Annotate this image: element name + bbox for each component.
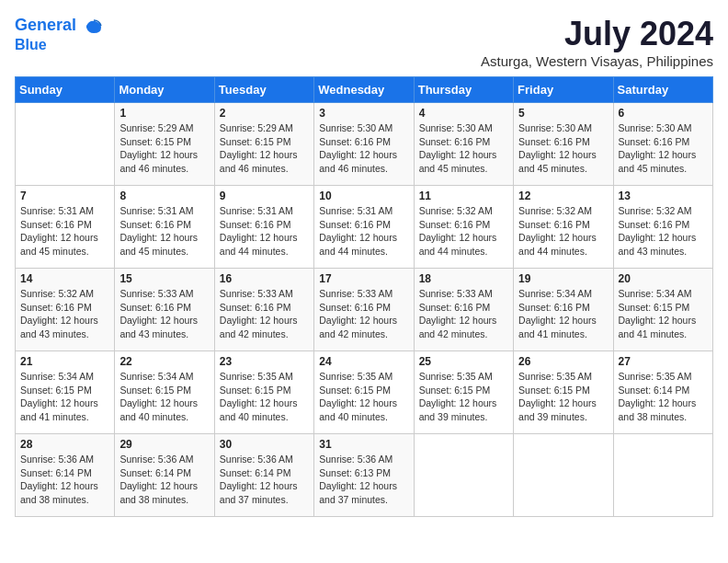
day-number: 8 — [119, 190, 209, 202]
weekday-header-sunday: Sunday — [16, 77, 115, 103]
calendar-cell: 4Sunrise: 5:30 AM Sunset: 6:16 PM Daylig… — [414, 103, 513, 186]
day-info: Sunrise: 5:29 AM Sunset: 6:15 PM Dayligh… — [119, 121, 209, 176]
day-number: 22 — [119, 355, 209, 368]
day-number: 1 — [119, 107, 209, 120]
day-number: 17 — [319, 272, 408, 285]
day-number: 5 — [518, 107, 608, 120]
calendar-cell: 24Sunrise: 5:35 AM Sunset: 6:15 PM Dayli… — [314, 351, 414, 434]
day-number: 11 — [419, 190, 508, 202]
day-number: 10 — [319, 190, 408, 202]
day-number: 14 — [20, 272, 109, 285]
logo: General Blue — [15, 15, 105, 53]
month-title: July 2024 — [481, 15, 713, 53]
logo-icon — [83, 15, 105, 37]
calendar-cell: 17Sunrise: 5:33 AM Sunset: 6:16 PM Dayli… — [314, 269, 414, 351]
day-number: 9 — [220, 190, 309, 202]
calendar-cell: 8Sunrise: 5:31 AM Sunset: 6:16 PM Daylig… — [115, 186, 214, 269]
day-number: 18 — [419, 272, 508, 285]
day-info: Sunrise: 5:35 AM Sunset: 6:15 PM Dayligh… — [319, 370, 408, 424]
day-info: Sunrise: 5:31 AM Sunset: 6:16 PM Dayligh… — [319, 204, 408, 259]
calendar-cell: 16Sunrise: 5:33 AM Sunset: 6:16 PM Dayli… — [214, 269, 313, 351]
title-section: July 2024 Asturga, Western Visayas, Phil… — [481, 15, 713, 69]
calendar-cell: 31Sunrise: 5:36 AM Sunset: 6:13 PM Dayli… — [314, 434, 414, 517]
day-number: 15 — [119, 272, 209, 285]
day-info: Sunrise: 5:36 AM Sunset: 6:14 PM Dayligh… — [119, 453, 209, 507]
day-info: Sunrise: 5:36 AM Sunset: 6:13 PM Dayligh… — [319, 453, 408, 507]
day-number: 20 — [619, 272, 708, 285]
calendar-cell: 28Sunrise: 5:36 AM Sunset: 6:14 PM Dayli… — [16, 434, 115, 517]
calendar-week-4: 21Sunrise: 5:34 AM Sunset: 6:15 PM Dayli… — [16, 351, 713, 434]
calendar-cell: 25Sunrise: 5:35 AM Sunset: 6:15 PM Dayli… — [414, 351, 513, 434]
day-info: Sunrise: 5:32 AM Sunset: 6:16 PM Dayligh… — [619, 204, 708, 259]
calendar-cell: 3Sunrise: 5:30 AM Sunset: 6:16 PM Daylig… — [314, 103, 414, 186]
day-info: Sunrise: 5:33 AM Sunset: 6:16 PM Dayligh… — [220, 287, 309, 341]
day-info: Sunrise: 5:36 AM Sunset: 6:14 PM Dayligh… — [20, 453, 109, 507]
day-number: 4 — [419, 107, 508, 120]
calendar-cell: 5Sunrise: 5:30 AM Sunset: 6:16 PM Daylig… — [514, 103, 613, 186]
calendar-week-5: 28Sunrise: 5:36 AM Sunset: 6:14 PM Dayli… — [16, 434, 713, 517]
calendar-cell: 9Sunrise: 5:31 AM Sunset: 6:16 PM Daylig… — [214, 186, 313, 269]
calendar-header-row: SundayMondayTuesdayWednesdayThursdayFrid… — [16, 77, 713, 103]
calendar-cell: 23Sunrise: 5:35 AM Sunset: 6:15 PM Dayli… — [214, 351, 313, 434]
weekday-header-friday: Friday — [514, 77, 613, 103]
day-number: 28 — [20, 438, 109, 451]
day-info: Sunrise: 5:34 AM Sunset: 6:15 PM Dayligh… — [20, 370, 109, 424]
calendar-cell: 11Sunrise: 5:32 AM Sunset: 6:16 PM Dayli… — [414, 186, 513, 269]
calendar-cell — [514, 434, 613, 517]
calendar-cell — [613, 434, 712, 517]
day-info: Sunrise: 5:32 AM Sunset: 6:16 PM Dayligh… — [20, 287, 109, 341]
day-info: Sunrise: 5:33 AM Sunset: 6:16 PM Dayligh… — [319, 287, 408, 341]
calendar-cell: 19Sunrise: 5:34 AM Sunset: 6:16 PM Dayli… — [514, 269, 613, 351]
calendar-cell: 29Sunrise: 5:36 AM Sunset: 6:14 PM Dayli… — [115, 434, 214, 517]
weekday-header-monday: Monday — [115, 77, 214, 103]
calendar-cell: 1Sunrise: 5:29 AM Sunset: 6:15 PM Daylig… — [115, 103, 214, 186]
calendar-cell — [414, 434, 513, 517]
calendar-week-3: 14Sunrise: 5:32 AM Sunset: 6:16 PM Dayli… — [16, 269, 713, 351]
day-number: 2 — [220, 107, 309, 120]
calendar-cell: 26Sunrise: 5:35 AM Sunset: 6:15 PM Dayli… — [514, 351, 613, 434]
day-info: Sunrise: 5:30 AM Sunset: 6:16 PM Dayligh… — [319, 121, 408, 176]
day-info: Sunrise: 5:32 AM Sunset: 6:16 PM Dayligh… — [518, 204, 608, 259]
calendar-cell: 12Sunrise: 5:32 AM Sunset: 6:16 PM Dayli… — [514, 186, 613, 269]
day-number: 31 — [319, 438, 408, 451]
weekday-header-saturday: Saturday — [613, 77, 712, 103]
calendar-cell: 6Sunrise: 5:30 AM Sunset: 6:16 PM Daylig… — [613, 103, 712, 186]
day-number: 13 — [619, 190, 708, 202]
weekday-header-tuesday: Tuesday — [214, 77, 313, 103]
day-number: 12 — [518, 190, 608, 202]
calendar-cell — [16, 103, 115, 186]
calendar-cell: 21Sunrise: 5:34 AM Sunset: 6:15 PM Dayli… — [16, 351, 115, 434]
day-info: Sunrise: 5:34 AM Sunset: 6:16 PM Dayligh… — [518, 287, 608, 341]
day-number: 3 — [319, 107, 408, 120]
day-info: Sunrise: 5:35 AM Sunset: 6:15 PM Dayligh… — [419, 370, 508, 424]
day-number: 26 — [518, 355, 608, 368]
day-number: 19 — [518, 272, 608, 285]
day-info: Sunrise: 5:32 AM Sunset: 6:16 PM Dayligh… — [419, 204, 508, 259]
day-info: Sunrise: 5:33 AM Sunset: 6:16 PM Dayligh… — [119, 287, 209, 341]
day-number: 7 — [20, 190, 109, 202]
day-info: Sunrise: 5:31 AM Sunset: 6:16 PM Dayligh… — [119, 204, 209, 259]
calendar-week-2: 7Sunrise: 5:31 AM Sunset: 6:16 PM Daylig… — [16, 186, 713, 269]
day-info: Sunrise: 5:29 AM Sunset: 6:15 PM Dayligh… — [220, 121, 309, 176]
day-info: Sunrise: 5:30 AM Sunset: 6:16 PM Dayligh… — [419, 121, 508, 176]
day-number: 27 — [619, 355, 708, 368]
calendar-cell: 20Sunrise: 5:34 AM Sunset: 6:15 PM Dayli… — [613, 269, 712, 351]
day-number: 24 — [319, 355, 408, 368]
day-info: Sunrise: 5:34 AM Sunset: 6:15 PM Dayligh… — [619, 287, 708, 341]
day-number: 25 — [419, 355, 508, 368]
calendar-cell: 15Sunrise: 5:33 AM Sunset: 6:16 PM Dayli… — [115, 269, 214, 351]
day-info: Sunrise: 5:33 AM Sunset: 6:16 PM Dayligh… — [419, 287, 508, 341]
day-info: Sunrise: 5:31 AM Sunset: 6:16 PM Dayligh… — [220, 204, 309, 259]
calendar-cell: 10Sunrise: 5:31 AM Sunset: 6:16 PM Dayli… — [314, 186, 414, 269]
day-number: 29 — [119, 438, 209, 451]
calendar-cell: 18Sunrise: 5:33 AM Sunset: 6:16 PM Dayli… — [414, 269, 513, 351]
calendar-cell: 7Sunrise: 5:31 AM Sunset: 6:16 PM Daylig… — [16, 186, 115, 269]
day-info: Sunrise: 5:30 AM Sunset: 6:16 PM Dayligh… — [518, 121, 608, 176]
logo-text: General — [15, 15, 105, 37]
day-number: 30 — [220, 438, 309, 451]
day-info: Sunrise: 5:30 AM Sunset: 6:16 PM Dayligh… — [619, 121, 708, 176]
calendar-cell: 13Sunrise: 5:32 AM Sunset: 6:16 PM Dayli… — [613, 186, 712, 269]
location: Asturga, Western Visayas, Philippines — [481, 53, 713, 69]
calendar-cell: 2Sunrise: 5:29 AM Sunset: 6:15 PM Daylig… — [214, 103, 313, 186]
day-info: Sunrise: 5:34 AM Sunset: 6:15 PM Dayligh… — [119, 370, 209, 424]
